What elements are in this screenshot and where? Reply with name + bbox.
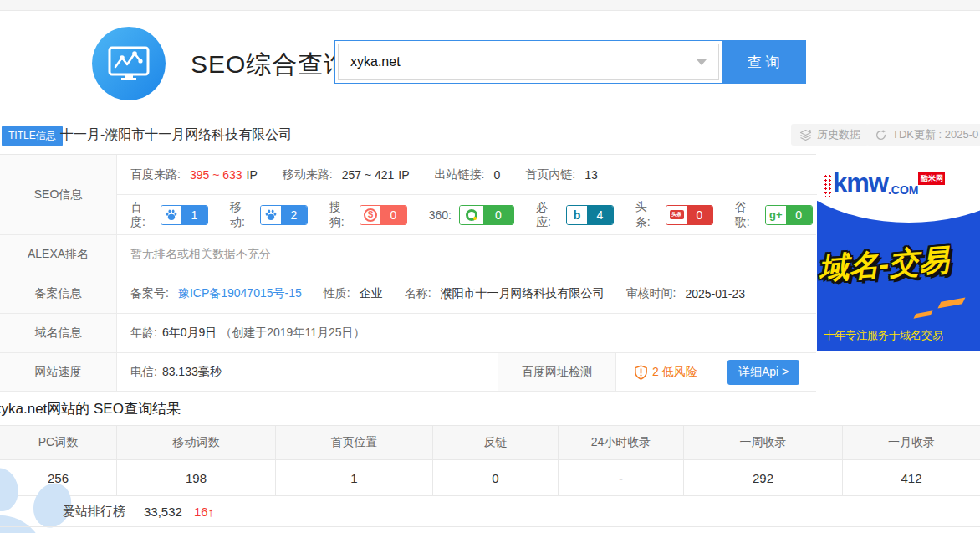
baidu-mobile-paw-icon	[261, 206, 281, 224]
outbound-links: 出站链接: 0	[435, 167, 501, 182]
baidu-mobile-rank: 移动: 2	[230, 200, 308, 230]
col-header-24h-index: 24小时收录	[559, 426, 684, 459]
company-name: 名称: 濮阳市十一月网络科技有限公司	[405, 286, 605, 301]
ad-main-text: 域名-交易	[817, 240, 950, 290]
aizhan-rank-row: 爱站排行榜 33,532 16↑	[0, 496, 980, 527]
aizhan-rank-value: 33,532	[144, 505, 182, 519]
value-24h-index: -	[559, 460, 684, 495]
tdk-update-label: TDK更新 : 2025-07-	[892, 127, 980, 142]
toutiao-rank-badge[interactable]: 头条 0	[666, 205, 713, 225]
history-data-label: 历史数据	[817, 127, 860, 142]
results-value-row: 256 198 1 0 - 292 412	[0, 460, 980, 496]
col-header-week-index: 一周收录	[684, 426, 843, 459]
risk-indicator[interactable]: 2 低风险	[634, 365, 697, 380]
telecom-speed-value: 83.133毫秒	[162, 365, 222, 380]
chevron-down-icon[interactable]	[697, 59, 707, 65]
google-rank-badge[interactable]: g+ 0	[765, 205, 813, 225]
value-home-position: 1	[276, 460, 433, 495]
tdk-update-button[interactable]: TDK更新 : 2025-07-	[866, 124, 980, 146]
company-type: 性质: 企业	[324, 286, 383, 301]
mobile-traffic: 移动来路: 257 ~ 421 IP	[283, 167, 410, 182]
sogou-rank-badge[interactable]: S 0	[360, 205, 407, 225]
col-header-pc-words: PC词数	[0, 426, 117, 459]
360-icon	[460, 206, 483, 224]
seo-query-page: SEO综合查询 查 询 TITLE信息 十一月-濮阳市十一月网络科技有限公司 历…	[0, 0, 980, 533]
sogou-icon: S	[360, 206, 380, 224]
speed-row: 网站速度 电信: 83.133毫秒 百度网址检测 2 低风险 详细Api >	[0, 353, 816, 392]
top-bar	[0, 0, 980, 11]
icp-number-link[interactable]: 豫ICP备19047015号-15	[178, 286, 302, 301]
aizhan-rank-label[interactable]: 爱站排行榜	[63, 504, 125, 520]
value-backlinks: 0	[433, 460, 559, 495]
baidu-url-check-button[interactable]: 百度网址检测	[498, 353, 616, 391]
value-month-index: 412	[843, 460, 980, 495]
domain-age-label: 年龄:	[130, 325, 157, 341]
refresh-icon	[875, 129, 887, 141]
telecom-label: 电信:	[130, 365, 157, 380]
bing-rank: 必应: b 4	[536, 200, 614, 230]
ad-sub-text: 十年专注服务于域名交易	[824, 328, 943, 343]
shield-warning-icon	[634, 365, 648, 380]
domain-trade-ad-banner[interactable]: kmw .COM 酷米网 域名-交易 十年专注服务于域名交易	[817, 159, 980, 351]
domain-created-note: （创建于2019年11月25日）	[220, 325, 365, 341]
360-rank-badge[interactable]: 0	[459, 205, 514, 225]
search-box: 查 询	[334, 40, 806, 84]
homepage-inner-links: 首页内链: 13	[525, 167, 597, 182]
toutiao-rank: 头条: 头条 0	[635, 200, 713, 230]
360-rank: 360: 0	[429, 205, 514, 225]
layers-icon	[799, 129, 812, 141]
search-input[interactable]	[339, 54, 697, 69]
domain-row: 域名信息 年龄: 6年0月9日 （创建于2019年11月25日）	[0, 314, 816, 353]
col-header-backlinks: 反链	[433, 426, 559, 459]
section-label-speed: 网站速度	[0, 353, 117, 391]
icp-number: 备案号: 豫ICP备19047015号-15	[130, 286, 302, 301]
section-label-beian: 备案信息	[0, 274, 117, 313]
results-header-row: PC词数 移动词数 首页位置 反链 24小时收录 一周收录 一月收录	[0, 425, 980, 460]
api-detail-button[interactable]: 详细Api >	[727, 360, 799, 385]
ad-accent-shape	[937, 297, 965, 308]
sogou-rank: 搜狗: S 0	[329, 200, 407, 230]
search-input-wrap	[338, 44, 719, 80]
seo-tool-logo-icon	[92, 27, 166, 100]
google-plus-icon: g+	[766, 206, 786, 224]
baidu-paw-icon	[161, 206, 181, 224]
seo-info-table: SEO信息 百度来路: 395 ~ 633 IP 移动来路: 257 ~ 421…	[0, 154, 816, 392]
traffic-row: 百度来路: 395 ~ 633 IP 移动来路: 257 ~ 421 IP 出站…	[117, 155, 835, 194]
alexa-row: ALEXA排名 暂无排名或相关数据不充分	[0, 235, 816, 274]
results-table: PC词数 移动词数 首页位置 反链 24小时收录 一周收录 一月收录 256 1…	[0, 425, 980, 496]
baidu-mobile-rank-badge[interactable]: 2	[260, 205, 308, 225]
baidu-traffic: 百度来路: 395 ~ 633 IP	[130, 167, 258, 182]
baidu-rank-badge[interactable]: 1	[161, 205, 208, 225]
seo-info-row: SEO信息 百度来路: 395 ~ 633 IP 移动来路: 257 ~ 421…	[0, 155, 816, 235]
col-header-mobile-words: 移动词数	[117, 426, 276, 459]
query-button[interactable]: 查 询	[722, 41, 805, 83]
page-title: SEO综合查询	[191, 48, 350, 82]
kmw-dots-icon	[824, 174, 833, 197]
domain-age-value: 6年0月9日	[162, 325, 217, 341]
title-info-badge: TITLE信息	[2, 126, 63, 146]
col-header-month-index: 一月收录	[843, 426, 980, 459]
history-data-button[interactable]: 历史数据	[791, 124, 869, 146]
kmw-logo: kmw .COM 酷米网	[824, 171, 945, 197]
baidu-rank: 百度: 1	[130, 200, 208, 230]
section-label-domain: 域名信息	[0, 314, 117, 352]
risk-text: 2 低风险	[652, 365, 697, 380]
col-header-home-position: 首页位置	[276, 426, 433, 459]
bing-rank-badge[interactable]: b 4	[566, 205, 614, 225]
toutiao-icon: 头条	[666, 206, 687, 224]
engine-rank-row: 百度: 1 移动:	[117, 194, 835, 234]
aizhan-rank-change: 16↑	[194, 505, 214, 519]
site-title: 十一月-濮阳市十一月网络科技有限公司	[60, 126, 292, 144]
audit-time: 审核时间: 2025-01-23	[626, 286, 746, 301]
bing-icon: b	[567, 206, 587, 224]
beian-row: 备案信息 备案号: 豫ICP备19047015号-15 性质: 企业 名称: 濮…	[0, 274, 816, 314]
section-label-seo: SEO信息	[0, 155, 117, 234]
google-rank: 谷歌: g+ 0	[735, 200, 813, 230]
ad-accent-shape	[913, 310, 932, 319]
value-week-index: 292	[684, 460, 843, 495]
results-heading: xyka.net网站的 SEO查询结果	[0, 399, 181, 418]
section-label-alexa: ALEXA排名	[0, 235, 117, 274]
alexa-text: 暂无排名或相关数据不充分	[117, 235, 816, 274]
